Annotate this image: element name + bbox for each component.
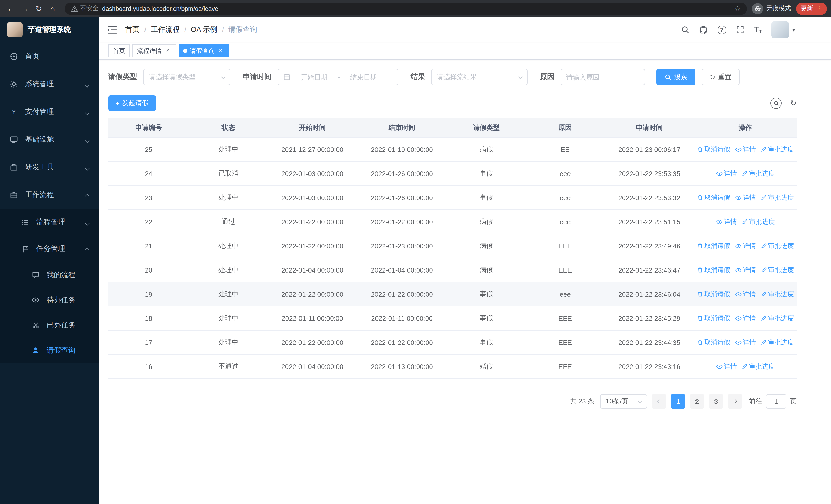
reset-button[interactable]: ↻ 重置 bbox=[701, 69, 740, 85]
cancel-leave-link[interactable]: 取消请假 bbox=[697, 266, 730, 274]
cancel-leave-link[interactable]: 取消请假 bbox=[697, 338, 730, 347]
user-avatar[interactable]: ▾ bbox=[772, 21, 795, 38]
detail-link[interactable]: 详情 bbox=[735, 145, 756, 154]
sidebar-item-process-management[interactable]: 流程管理 bbox=[0, 209, 99, 236]
breadcrumb-home[interactable]: 首页 bbox=[125, 25, 140, 34]
approval-progress-link[interactable]: 审批进度 bbox=[761, 145, 794, 154]
detail-link[interactable]: 详情 bbox=[716, 169, 737, 178]
detail-link[interactable]: 详情 bbox=[716, 362, 737, 371]
browser-reload-button[interactable]: ↻ bbox=[32, 2, 46, 16]
approval-progress-link[interactable]: 审批进度 bbox=[761, 290, 794, 298]
sidebar-item-home[interactable]: 首页 bbox=[0, 42, 99, 70]
browser-home-button[interactable]: ⌂ bbox=[46, 2, 60, 16]
cancel-leave-link[interactable]: 取消请假 bbox=[697, 193, 730, 202]
detail-link[interactable]: 详情 bbox=[735, 290, 756, 298]
browser-update-button[interactable]: 更新 ⋮ bbox=[796, 2, 827, 14]
approval-progress-label: 审批进度 bbox=[768, 290, 794, 298]
approval-progress-link[interactable]: 审批进度 bbox=[761, 338, 794, 347]
url-text: dashboard.yudao.iocoder.cn/bpm/oa/leave bbox=[102, 5, 218, 12]
cancel-leave-link[interactable]: 取消请假 bbox=[697, 290, 730, 298]
tab-process-detail[interactable]: 流程详情 × bbox=[133, 44, 176, 58]
approval-progress-link[interactable]: 审批进度 bbox=[741, 362, 775, 371]
approval-progress-link[interactable]: 审批进度 bbox=[761, 193, 794, 202]
tab-close-icon[interactable]: × bbox=[217, 47, 224, 54]
approval-progress-link[interactable]: 审批进度 bbox=[741, 169, 775, 178]
font-size-small: T bbox=[759, 29, 762, 34]
cancel-leave-link[interactable]: 取消请假 bbox=[697, 241, 730, 250]
chevron-up-icon bbox=[85, 248, 90, 252]
header-search-icon[interactable] bbox=[681, 26, 689, 34]
browser-back-button[interactable]: ← bbox=[4, 2, 18, 16]
tab-leave-query[interactable]: 请假查询 × bbox=[179, 44, 229, 58]
bookmark-star-icon[interactable]: ☆ bbox=[734, 4, 741, 12]
next-page-button[interactable] bbox=[728, 394, 742, 409]
detail-link[interactable]: 详情 bbox=[735, 241, 756, 250]
cancel-leave-label: 取消请假 bbox=[705, 145, 730, 154]
sidebar-item-leave-query[interactable]: 请假查询 bbox=[0, 338, 99, 363]
cell-end-time: 2022-01-04 00:00:00 bbox=[357, 258, 447, 282]
sidebar-item-devtools[interactable]: 研发工具 bbox=[0, 153, 99, 181]
detail-link[interactable]: 详情 bbox=[735, 338, 756, 347]
result-select[interactable]: 请选择流结果 bbox=[431, 69, 528, 85]
browser-menu-icon[interactable]: ⋮ bbox=[816, 5, 822, 12]
sidebar-item-payment[interactable]: ¥ 支付管理 bbox=[0, 98, 99, 126]
browser-forward-button[interactable]: → bbox=[18, 2, 32, 16]
detail-link[interactable]: 详情 bbox=[735, 266, 756, 274]
tab-home[interactable]: 首页 bbox=[108, 44, 130, 58]
goto-page-input[interactable] bbox=[768, 397, 784, 405]
create-leave-button[interactable]: + 发起请假 bbox=[108, 95, 156, 111]
start-date-input[interactable] bbox=[292, 73, 336, 81]
sidebar-item-system[interactable]: 系统管理 bbox=[0, 70, 99, 98]
help-icon[interactable]: ? bbox=[717, 25, 726, 34]
leave-type-select[interactable]: 请选择请假类型 bbox=[143, 69, 230, 85]
sidebar-item-label: 支付管理 bbox=[25, 107, 79, 117]
reason-input[interactable] bbox=[566, 73, 639, 81]
cell-leave-type: 事假 bbox=[447, 186, 525, 209]
sidebar-item-my-process[interactable]: 我的流程 bbox=[0, 262, 99, 288]
approval-progress-link[interactable]: 审批进度 bbox=[761, 314, 794, 323]
cell-start-time: 2022-01-11 00:00:00 bbox=[268, 306, 357, 330]
cell-start-time: 2022-01-22 00:00:00 bbox=[268, 282, 357, 306]
approval-progress-link[interactable]: 审批进度 bbox=[761, 241, 794, 250]
person-icon bbox=[31, 347, 40, 354]
security-warning[interactable]: 不安全 bbox=[71, 4, 98, 13]
page-size-select[interactable]: 10条/页 bbox=[600, 394, 647, 409]
end-date-input[interactable] bbox=[342, 73, 385, 81]
sidebar-item-todo-tasks[interactable]: 待办任务 bbox=[0, 288, 99, 313]
breadcrumb-separator: / bbox=[144, 26, 146, 34]
page-button-3[interactable]: 3 bbox=[709, 394, 723, 409]
fullscreen-icon[interactable] bbox=[736, 26, 744, 34]
page-content: 请假类型 请选择请假类型 申请时间 - 结果 bbox=[99, 60, 831, 504]
search-button[interactable]: 搜索 bbox=[657, 69, 695, 85]
detail-link[interactable]: 详情 bbox=[716, 217, 737, 226]
toggle-search-icon[interactable] bbox=[771, 97, 782, 109]
cell-apply-time: 2022-01-22 23:43:16 bbox=[605, 355, 694, 378]
menu-fold-icon[interactable] bbox=[107, 26, 117, 34]
page-button-1[interactable]: 1 bbox=[671, 394, 685, 409]
prev-page-button[interactable] bbox=[652, 394, 666, 409]
font-size-icon[interactable]: TT bbox=[754, 25, 762, 34]
cell-leave-type: 病假 bbox=[447, 234, 525, 258]
detail-link[interactable]: 详情 bbox=[735, 314, 756, 323]
apply-time-range-picker[interactable]: - bbox=[278, 69, 398, 85]
cancel-leave-link[interactable]: 取消请假 bbox=[697, 314, 730, 323]
approval-progress-link[interactable]: 审批进度 bbox=[741, 217, 775, 226]
refresh-table-icon[interactable]: ↻ bbox=[790, 98, 797, 108]
toolbox-icon bbox=[9, 163, 19, 171]
github-icon[interactable] bbox=[699, 25, 708, 34]
detail-link[interactable]: 详情 bbox=[735, 193, 756, 202]
sidebar-item-infrastructure[interactable]: 基础设施 bbox=[0, 126, 99, 153]
sidebar-item-workflow[interactable]: 工作流程 bbox=[0, 181, 99, 209]
tab-close-icon[interactable]: × bbox=[164, 47, 171, 54]
cancel-leave-link[interactable]: 取消请假 bbox=[697, 145, 730, 154]
sidebar-item-label: 我的流程 bbox=[47, 270, 90, 279]
sidebar-item-task-management[interactable]: 任务管理 bbox=[0, 236, 99, 262]
breadcrumb-oa-example[interactable]: OA 示例 bbox=[191, 25, 218, 34]
approval-progress-link[interactable]: 审批进度 bbox=[761, 266, 794, 274]
address-bar[interactable]: 不安全 dashboard.yudao.iocoder.cn/bpm/oa/le… bbox=[65, 2, 747, 14]
goto-page-input-wrap bbox=[766, 394, 786, 409]
breadcrumb-workflow[interactable]: 工作流程 bbox=[151, 25, 180, 34]
page-button-2[interactable]: 2 bbox=[690, 394, 704, 409]
gear-icon bbox=[9, 80, 19, 88]
sidebar-item-done-tasks[interactable]: 已办任务 bbox=[0, 313, 99, 338]
